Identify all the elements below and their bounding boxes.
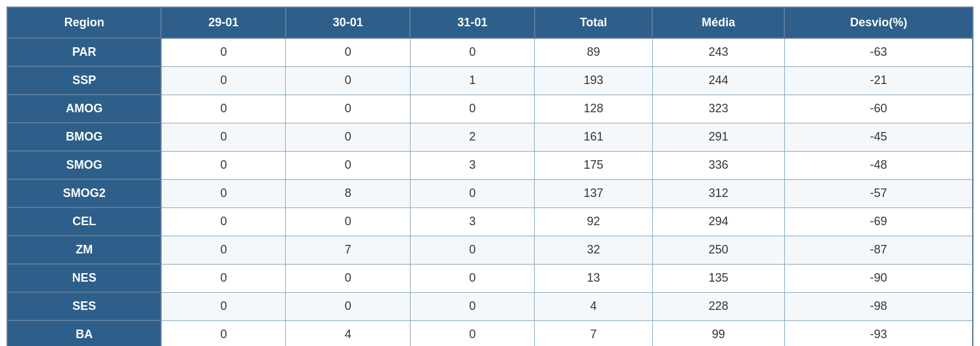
data-cell: 193 [535, 66, 652, 95]
data-cell: -60 [784, 95, 973, 123]
data-cell: 0 [161, 38, 286, 66]
data-cell: 0 [161, 151, 286, 179]
data-cell: 294 [652, 207, 784, 236]
table-row: AMOG000128323-60 [7, 95, 973, 123]
data-cell: -57 [784, 179, 973, 207]
header-row: Region 29-01 30-01 31-01 Total Média Des… [7, 7, 973, 38]
data-cell: 0 [410, 38, 535, 66]
data-cell: 175 [535, 151, 652, 179]
region-cell: ZM [7, 236, 161, 264]
table-row: CEL00392294-69 [7, 207, 973, 236]
data-cell: -90 [784, 264, 973, 292]
data-cell: 0 [161, 123, 286, 151]
data-cell: 1 [410, 66, 535, 95]
col-header-29-01: 29-01 [161, 7, 286, 38]
data-cell: 0 [161, 179, 286, 207]
data-cell: -48 [784, 151, 973, 179]
data-cell: -69 [784, 207, 973, 236]
data-cell: 312 [652, 179, 784, 207]
table-row: SMOG2080137312-57 [7, 179, 973, 207]
data-cell: 0 [410, 179, 535, 207]
region-cell: NES [7, 264, 161, 292]
data-cell: 243 [652, 38, 784, 66]
data-cell: 7 [286, 236, 411, 264]
table-row: BA040799-93 [7, 320, 973, 346]
col-header-31-01: 31-01 [410, 7, 535, 38]
data-cell: 99 [652, 320, 784, 346]
region-cell: AMOG [7, 95, 161, 123]
data-cell: 135 [652, 264, 784, 292]
data-cell: 0 [161, 320, 286, 346]
data-cell: 0 [161, 264, 286, 292]
table-row: SES0004228-98 [7, 292, 973, 320]
data-cell: 89 [535, 38, 652, 66]
table-container: Region 29-01 30-01 31-01 Total Média Des… [0, 0, 980, 346]
data-cell: 137 [535, 179, 652, 207]
region-cell: BMOG [7, 123, 161, 151]
region-cell: SMOG2 [7, 179, 161, 207]
col-header-total: Total [535, 7, 652, 38]
data-cell: 161 [535, 123, 652, 151]
data-cell: -93 [784, 320, 973, 346]
table-row: ZM07032250-87 [7, 236, 973, 264]
data-cell: 8 [286, 179, 411, 207]
region-cell: SSP [7, 66, 161, 95]
table-row: PAR00089243-63 [7, 38, 973, 66]
data-cell: 0 [410, 236, 535, 264]
data-cell: 32 [535, 236, 652, 264]
data-cell: 0 [161, 236, 286, 264]
data-cell: 0 [161, 292, 286, 320]
data-cell: 0 [410, 264, 535, 292]
data-cell: 128 [535, 95, 652, 123]
data-cell: 323 [652, 95, 784, 123]
data-cell: 3 [410, 207, 535, 236]
table-row: NES00013135-90 [7, 264, 973, 292]
data-cell: 0 [410, 292, 535, 320]
data-cell: 291 [652, 123, 784, 151]
data-cell: -87 [784, 236, 973, 264]
data-cell: 336 [652, 151, 784, 179]
region-cell: SMOG [7, 151, 161, 179]
region-cell: BA [7, 320, 161, 346]
table-row: BMOG002161291-45 [7, 123, 973, 151]
data-cell: 0 [286, 264, 411, 292]
data-cell: -21 [784, 66, 973, 95]
data-table: Region 29-01 30-01 31-01 Total Média Des… [7, 7, 973, 346]
table-row: SMOG003175336-48 [7, 151, 973, 179]
data-cell: 0 [286, 151, 411, 179]
col-header-30-01: 30-01 [286, 7, 411, 38]
data-cell: 244 [652, 66, 784, 95]
data-cell: 0 [286, 207, 411, 236]
region-cell: CEL [7, 207, 161, 236]
data-cell: 0 [410, 95, 535, 123]
data-cell: 92 [535, 207, 652, 236]
data-cell: 250 [652, 236, 784, 264]
data-cell: 4 [286, 320, 411, 346]
col-header-region: Region [7, 7, 161, 38]
data-cell: 0 [161, 66, 286, 95]
region-cell: SES [7, 292, 161, 320]
data-cell: -98 [784, 292, 973, 320]
data-cell: 0 [286, 95, 411, 123]
col-header-desvio: Desvio(%) [784, 7, 973, 38]
data-cell: 0 [286, 123, 411, 151]
data-cell: 0 [286, 292, 411, 320]
data-cell: 0 [161, 95, 286, 123]
data-cell: 3 [410, 151, 535, 179]
data-cell: 0 [410, 320, 535, 346]
data-cell: 4 [535, 292, 652, 320]
data-cell: 228 [652, 292, 784, 320]
data-cell: 0 [161, 207, 286, 236]
table-row: SSP001193244-21 [7, 66, 973, 95]
data-cell: -63 [784, 38, 973, 66]
data-cell: 13 [535, 264, 652, 292]
region-cell: PAR [7, 38, 161, 66]
data-cell: 0 [286, 66, 411, 95]
data-cell: 0 [286, 38, 411, 66]
data-cell: 2 [410, 123, 535, 151]
data-cell: -45 [784, 123, 973, 151]
col-header-media: Média [652, 7, 784, 38]
data-cell: 7 [535, 320, 652, 346]
